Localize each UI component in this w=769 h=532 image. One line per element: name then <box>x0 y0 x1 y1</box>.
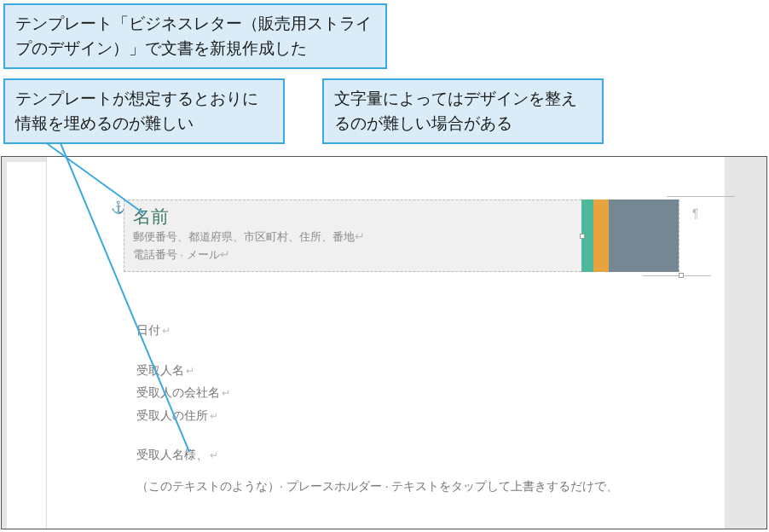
paragraph-mark-icon: ¶ <box>692 206 699 220</box>
callout-text: 文字量によってはデザインを整えるのが難しい場合がある <box>334 90 577 132</box>
callout-text: テンプレートが想定するとおりに情報を埋めるのが難しい <box>15 90 258 132</box>
selection-handle-line-top <box>667 196 735 197</box>
sender-contact-text: 電話番号 · メール <box>133 248 220 261</box>
word-document-view: ⚓ 名前 郵便番号、都道府県、市区町村、住所、番地↵ 電話番号 · メール↵ ¶… <box>1 156 767 529</box>
letter-body[interactable]: 日付 受取人名 受取人の会社名 受取人の住所 受取人名様、 （このテキストのよう… <box>136 319 618 498</box>
page-edge-right <box>725 157 767 529</box>
stripe-decoration[interactable] <box>581 200 679 272</box>
selection-handle-line-bottom <box>643 275 711 276</box>
ruler-left <box>2 157 7 529</box>
page-edge-left <box>46 157 49 529</box>
callout-text: テンプレート「ビジネスレター（販売用ストライプのデザイン）」で文書を新規作成した <box>15 14 372 57</box>
sender-address-placeholder[interactable]: 郵便番号、都道府県、市区町村、住所、番地↵ <box>133 229 365 245</box>
body-paragraph-placeholder[interactable]: （このテキストのような）· プレースホルダー · テキストをタップして上書きする… <box>136 475 618 498</box>
stripe-gray <box>609 200 679 272</box>
anchor-icon: ⚓ <box>111 200 123 212</box>
salutation-placeholder[interactable]: 受取人名様、 <box>136 443 618 466</box>
callout-template-created: テンプレート「ビジネスレター（販売用ストライプのデザイン）」で文書を新規作成した <box>3 3 387 69</box>
recipient-address-placeholder[interactable]: 受取人の住所 <box>136 404 618 427</box>
selection-handle-dot[interactable] <box>580 234 585 239</box>
date-placeholder[interactable]: 日付 <box>136 319 618 342</box>
sender-address-text: 郵便番号、都道府県、市区町村、住所、番地 <box>133 230 355 243</box>
callout-hard-to-fill: テンプレートが想定するとおりに情報を埋めるのが難しい <box>3 78 285 144</box>
callout-hard-to-layout: 文字量によってはデザインを整えるのが難しい場合がある <box>322 78 604 144</box>
page[interactable]: ⚓ 名前 郵便番号、都道府県、市区町村、住所、番地↵ 電話番号 · メール↵ ¶… <box>46 157 725 529</box>
stripe-orange <box>593 200 609 272</box>
recipient-name-placeholder[interactable]: 受取人名 <box>136 359 618 382</box>
selection-handle-dot[interactable] <box>679 273 684 278</box>
sender-contact-placeholder[interactable]: 電話番号 · メール↵ <box>133 247 230 263</box>
recipient-company-placeholder[interactable]: 受取人の会社名 <box>136 381 618 404</box>
sender-name-placeholder[interactable]: 名前 <box>133 205 169 228</box>
